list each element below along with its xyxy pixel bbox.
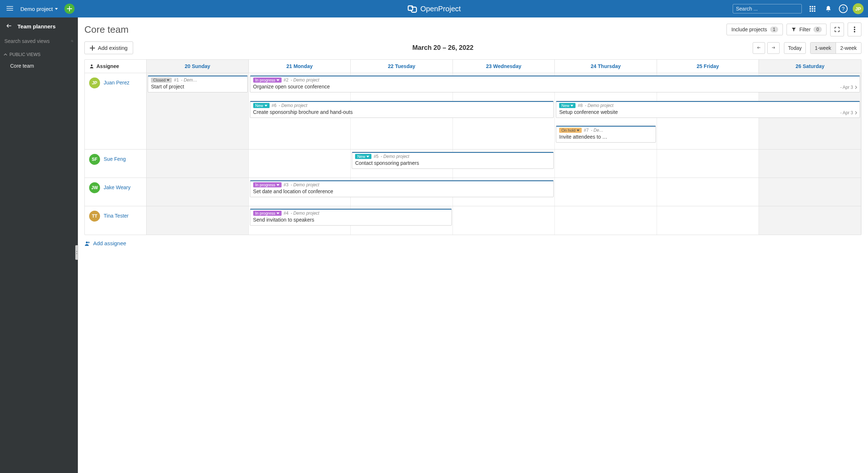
sidebar-view-item[interactable]: Core team [0,59,78,72]
day-header: 26 Saturday [759,60,861,73]
work-package-card[interactable]: New #8- Demo projectSetup conference web… [556,101,860,118]
more-menu-button[interactable] [848,23,861,36]
type-stripe [556,101,860,102]
filter-button[interactable]: Filter 0 [787,24,827,35]
day-header: 21 Monday [249,60,351,73]
work-id: #1 [174,77,179,83]
day-header: 22 Tuesday [351,60,453,73]
bell-icon [825,5,832,12]
modules-menu[interactable] [807,3,818,14]
status-badge[interactable]: In progress [253,211,282,216]
chevron-down-icon [366,156,369,158]
filter-label: Filter [799,27,811,32]
assignee-row: TTTina TesterIn progress #4- Demo projec… [85,206,861,235]
fullscreen-button[interactable] [830,23,844,36]
calendar-toolbar: Add existing March 20 – 26, 2022 Today 1… [78,41,868,59]
grid-header: Assignee20 Sunday21 Monday22 Tuesday23 W… [85,60,861,73]
status-badge[interactable]: New [253,103,270,108]
status-badge[interactable]: In progress [253,77,282,83]
chevron-down-icon [55,8,58,10]
svg-rect-1 [7,8,13,9]
card-title: Set date and location of conference [253,188,551,194]
work-package-card[interactable]: In progress #2- Demo projectOrganize ope… [250,75,860,92]
search-input[interactable] [736,6,800,12]
range-option[interactable]: 1-week [811,43,836,53]
work-package-card[interactable]: New #6- Demo projectCreate sponsorship b… [250,101,554,118]
svg-rect-5 [408,6,413,10]
status-badge[interactable]: In progress [253,182,282,187]
project-label: - Demo project [291,211,319,216]
svg-rect-4 [67,8,72,9]
include-count: 1 [770,27,779,32]
add-assignee-button[interactable]: Add assignee [78,235,868,251]
project-selector[interactable]: Demo project [20,6,58,12]
chevron-up-icon [4,53,7,56]
svg-rect-12 [812,8,813,10]
work-id: #6 [272,103,276,108]
date-extension: - Apr 3 [840,110,857,115]
planner-grid: Assignee20 Sunday21 Monday22 Tuesday23 W… [84,59,861,235]
type-stripe [250,101,554,102]
assignee-name[interactable]: Sue Feng [104,154,126,162]
sidebar-search-input[interactable] [4,38,68,44]
status-badge[interactable]: On hold [559,128,582,133]
day-header: 24 Thursday [555,60,657,73]
assignee-name[interactable]: Jake Weary [104,182,131,190]
type-stripe [556,126,656,127]
status-badge[interactable]: New [355,154,371,159]
timeline: New #5- Demo projectContact sponsoring p… [147,150,861,178]
next-button[interactable] [767,42,780,54]
work-package-card[interactable]: In progress #3- Demo projectSet date and… [250,180,554,197]
type-stripe [148,75,248,76]
add-existing-button[interactable]: Add existing [84,41,133,54]
work-package-card[interactable]: On hold #7- De…Invite attendees to … [556,126,656,143]
project-label: - Dem… [181,77,198,83]
svg-point-29 [91,64,93,66]
sidebar-search[interactable] [4,38,73,44]
search-icon [71,38,73,44]
help-button[interactable]: ? [839,4,848,13]
prev-button[interactable] [753,42,765,54]
global-search[interactable] [733,4,802,13]
assignee-cell: JWJake Weary [85,178,147,206]
assignee-name[interactable]: Tina Tester [104,211,128,219]
work-package-card[interactable]: In progress #4- Demo projectSend invitat… [250,208,452,226]
chevron-down-icon [167,79,170,81]
svg-point-21 [76,253,77,254]
include-projects-button[interactable]: Include projects 1 [726,24,783,35]
notifications[interactable] [823,3,834,14]
assignee-header: Assignee [85,60,147,73]
page-title: Core team [84,24,723,35]
timeline: In progress #3- Demo projectSet date and… [147,178,861,206]
work-id: #4 [284,211,288,216]
status-badge[interactable]: New [559,103,576,108]
assignee-name[interactable]: Juan Perez [104,77,130,86]
user-avatar[interactable]: JP [853,3,864,14]
assignee-row: JPJuan PerezClosed #1- Dem…Start of proj… [85,73,861,150]
card-title: Contact sponsoring partners [355,160,550,166]
svg-rect-16 [814,11,816,12]
project-label: - Demo project [279,103,307,108]
range-option[interactable]: 2-week [836,43,861,53]
timeline: In progress #4- Demo projectSend invitat… [147,206,861,235]
date-range-label: March 20 – 26, 2022 [138,44,749,52]
main-content: Core team Include projects 1 Filter 0 [78,17,868,473]
work-package-card[interactable]: Closed #1- Dem…Start of project [148,75,248,92]
include-label: Include projects [731,27,767,32]
brand-text: OpenProject [420,5,461,13]
today-button[interactable]: Today [784,42,805,54]
sidebar-collapse-handle[interactable] [75,245,78,260]
chevron-down-icon [570,105,573,107]
svg-rect-26 [90,48,95,48]
quick-add-button[interactable] [64,4,75,14]
sidebar-section-public-views[interactable]: PUBLIC VIEWS [0,50,78,59]
card-meta: In progress #3- Demo project [253,182,551,187]
back-button[interactable] [6,23,12,30]
arrow-left-icon [757,45,761,50]
work-package-card[interactable]: New #5- Demo projectContact sponsoring p… [352,152,554,169]
card-title: Setup conference website [559,109,857,115]
sidebar: Team planners PUBLIC VIEWS Core team [0,17,78,473]
svg-point-20 [76,251,77,252]
status-badge[interactable]: Closed [151,77,172,83]
menu-toggle[interactable] [4,3,15,15]
